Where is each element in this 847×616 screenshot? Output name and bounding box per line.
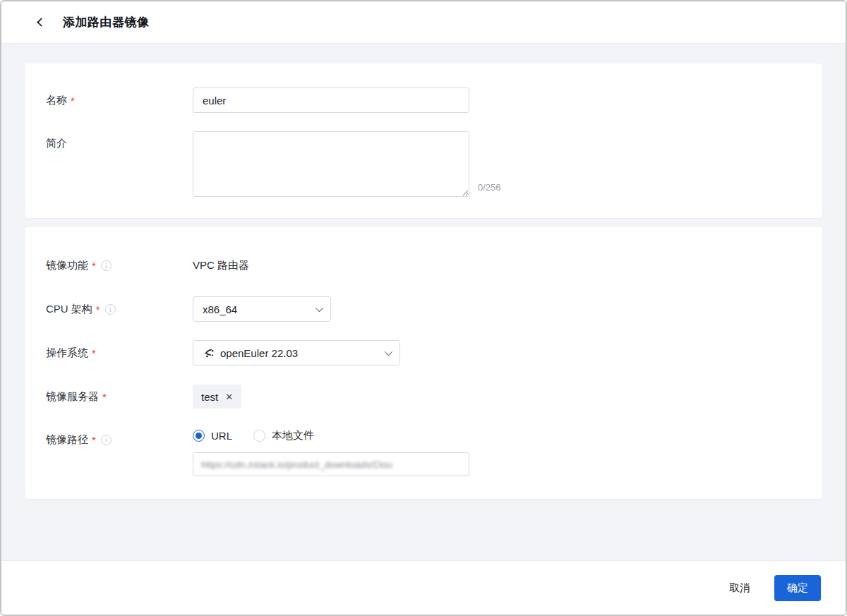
image-function-label-text: 镜像功能 bbox=[46, 259, 88, 272]
image-path-label-text: 镜像路径 bbox=[46, 433, 88, 447]
required-asterisk: * bbox=[92, 347, 96, 359]
radio-url-label: URL bbox=[211, 430, 232, 442]
description-label: 简介 bbox=[46, 131, 193, 150]
description-row: 简介 0/256 bbox=[46, 131, 801, 197]
image-url-input[interactable]: https://cdn.zstack.io/product_downloads/… bbox=[193, 452, 469, 476]
back-button[interactable] bbox=[32, 13, 50, 32]
image-path-field: URL 本地文件 https://cdn.zstack.io/product_d… bbox=[193, 428, 801, 476]
openeuler-logo-icon bbox=[203, 347, 215, 359]
name-label: 名称 * bbox=[46, 94, 193, 107]
os-label: 操作系统 * bbox=[46, 346, 193, 360]
description-textarea[interactable] bbox=[193, 131, 469, 197]
cpu-arch-label-text: CPU 架构 bbox=[46, 303, 92, 316]
image-path-row: 镜像路径 * i URL 本地文件 bbox=[46, 428, 801, 476]
radio-option-local-file[interactable]: 本地文件 bbox=[253, 429, 314, 442]
radio-selected-icon bbox=[193, 430, 205, 442]
os-row: 操作系统 * openEuler 22.03 bbox=[46, 340, 801, 366]
os-field: openEuler 22.03 bbox=[193, 340, 801, 366]
name-label-text: 名称 bbox=[46, 94, 67, 107]
radio-option-url[interactable]: URL bbox=[193, 430, 232, 442]
backup-storage-row: 镜像服务器 * test ✕ bbox=[46, 384, 801, 409]
chevron-left-icon bbox=[37, 18, 46, 27]
backup-storage-label: 镜像服务器 * bbox=[46, 390, 193, 404]
image-path-radio-group: URL 本地文件 bbox=[193, 429, 335, 442]
description-label-text: 简介 bbox=[46, 137, 67, 150]
image-url-placeholder: https://cdn.zstack.io/product_downloads/… bbox=[201, 459, 392, 470]
cpu-arch-label: CPU 架构 * i bbox=[46, 303, 193, 316]
info-icon[interactable]: i bbox=[101, 260, 112, 271]
backup-storage-tag-text: test bbox=[201, 391, 218, 403]
image-function-label: 镜像功能 * i bbox=[46, 259, 193, 272]
add-router-image-page: 添加路由器镜像 名称 * 简介 bbox=[0, 0, 847, 616]
backup-storage-label-text: 镜像服务器 bbox=[46, 390, 99, 404]
os-label-text: 操作系统 bbox=[46, 346, 88, 360]
image-function-field: VPC 路由器 bbox=[193, 259, 801, 272]
chevron-down-icon bbox=[316, 304, 323, 312]
page-title: 添加路由器镜像 bbox=[63, 14, 150, 30]
info-icon[interactable]: i bbox=[105, 304, 116, 315]
cpu-arch-select[interactable]: x86_64 bbox=[193, 296, 331, 322]
image-function-row: 镜像功能 * i VPC 路由器 bbox=[46, 253, 801, 278]
radio-unselected-icon bbox=[253, 430, 265, 442]
image-function-value: VPC 路由器 bbox=[193, 259, 249, 272]
info-icon[interactable]: i bbox=[101, 435, 112, 445]
page-header: 添加路由器镜像 bbox=[1, 1, 846, 44]
tag-close-icon[interactable]: ✕ bbox=[225, 392, 233, 401]
radio-local-file-label: 本地文件 bbox=[272, 429, 314, 442]
required-asterisk: * bbox=[96, 303, 100, 315]
os-selected-value: openEuler 22.03 bbox=[220, 347, 298, 359]
basic-info-card: 名称 * 简介 0/256 bbox=[25, 64, 822, 218]
page-content: 名称 * 简介 0/256 bbox=[1, 44, 846, 560]
char-counter: 0/256 bbox=[478, 182, 501, 197]
name-input[interactable] bbox=[193, 87, 469, 113]
image-settings-card: 镜像功能 * i VPC 路由器 CPU 架构 * i x86_6 bbox=[25, 227, 822, 499]
cpu-arch-field: x86_64 bbox=[193, 296, 801, 322]
description-textarea-wrap: 0/256 bbox=[193, 131, 501, 197]
description-field: 0/256 bbox=[193, 131, 801, 197]
image-path-label: 镜像路径 * i bbox=[46, 428, 193, 447]
name-field bbox=[193, 87, 801, 113]
cpu-arch-row: CPU 架构 * i x86_64 bbox=[46, 296, 801, 322]
required-asterisk: * bbox=[71, 95, 75, 107]
name-row: 名称 * bbox=[46, 87, 801, 113]
required-asterisk: * bbox=[92, 260, 96, 272]
page-footer: 取消 确定 bbox=[1, 560, 846, 615]
confirm-button[interactable]: 确定 bbox=[774, 575, 821, 601]
backup-storage-tag: test ✕ bbox=[193, 385, 241, 409]
cpu-arch-selected-value: x86_64 bbox=[203, 303, 237, 315]
chevron-down-icon bbox=[385, 348, 392, 356]
backup-storage-field: test ✕ bbox=[193, 385, 801, 409]
required-asterisk: * bbox=[92, 434, 96, 446]
cancel-button[interactable]: 取消 bbox=[721, 576, 759, 600]
required-asterisk: * bbox=[102, 391, 107, 403]
os-select[interactable]: openEuler 22.03 bbox=[193, 340, 400, 366]
